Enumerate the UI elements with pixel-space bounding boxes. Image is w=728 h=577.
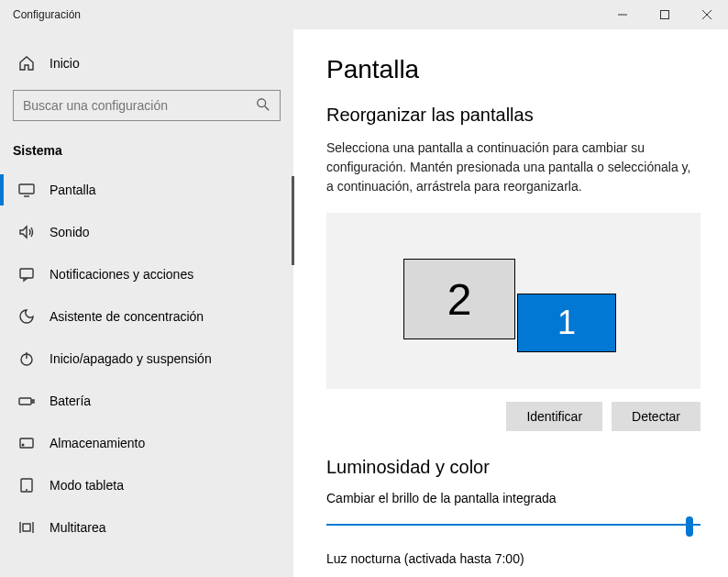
close-button[interactable] bbox=[686, 0, 728, 29]
nav-label: Modo tableta bbox=[50, 478, 124, 493]
nav-item-tableta[interactable]: Modo tableta bbox=[0, 464, 293, 506]
brightness-heading: Luminosidad y color bbox=[326, 457, 700, 478]
svg-rect-13 bbox=[20, 438, 33, 448]
titlebar: Configuración bbox=[0, 0, 728, 29]
power-sleep-icon bbox=[18, 350, 35, 367]
svg-rect-11 bbox=[19, 398, 31, 405]
svg-rect-1 bbox=[661, 11, 669, 19]
svg-point-4 bbox=[258, 98, 266, 106]
nav-item-pantalla[interactable]: Pantalla bbox=[0, 169, 293, 211]
sound-icon bbox=[18, 224, 35, 240]
display-number: 1 bbox=[557, 304, 576, 342]
night-light-label: Luz nocturna (activada hasta 7:00) bbox=[326, 551, 700, 575]
nav-label: Sonido bbox=[50, 225, 90, 239]
battery-icon bbox=[18, 393, 35, 409]
slider-thumb[interactable] bbox=[686, 516, 693, 537]
minimize-button[interactable] bbox=[601, 0, 644, 29]
svg-line-5 bbox=[265, 105, 269, 109]
nav-item-bateria[interactable]: Batería bbox=[0, 380, 293, 422]
window-controls bbox=[601, 0, 728, 29]
nav-label: Pantalla bbox=[50, 183, 96, 197]
storage-icon bbox=[18, 435, 35, 451]
svg-rect-6 bbox=[19, 184, 34, 194]
brightness-slider[interactable] bbox=[326, 515, 700, 537]
display-arrangement-area[interactable]: 2 1 bbox=[326, 213, 700, 389]
focus-assist-icon bbox=[18, 308, 35, 325]
section-title: Sistema bbox=[0, 138, 293, 169]
window-title: Configuración bbox=[0, 8, 81, 21]
svg-rect-19 bbox=[23, 524, 30, 531]
svg-rect-8 bbox=[20, 269, 33, 278]
nav-label: Almacenamiento bbox=[50, 436, 145, 450]
display-buttons: Identificar Detectar bbox=[326, 402, 700, 431]
page-title: Pantalla bbox=[326, 55, 700, 84]
search-icon bbox=[256, 97, 270, 115]
notifications-icon bbox=[18, 266, 35, 283]
tablet-mode-icon bbox=[18, 477, 35, 494]
nav-item-almacenamiento[interactable]: Almacenamiento bbox=[0, 422, 293, 464]
display-icon bbox=[18, 182, 35, 198]
maximize-button[interactable] bbox=[644, 0, 686, 29]
home-label: Inicio bbox=[50, 56, 80, 71]
nav-label: Notificaciones y acciones bbox=[50, 267, 193, 282]
svg-point-14 bbox=[22, 444, 24, 446]
brightness-slider-label: Cambiar el brillo de la pantalla integra… bbox=[326, 491, 700, 505]
main-panel: Pantalla Reorganizar las pantallas Selec… bbox=[293, 29, 728, 577]
nav-item-asistente[interactable]: Asistente de concentración bbox=[0, 295, 293, 338]
search-box[interactable] bbox=[13, 90, 281, 121]
nav-list: Pantalla Sonido Notificaciones y accione… bbox=[0, 169, 293, 549]
svg-rect-12 bbox=[32, 400, 34, 403]
sidebar: Inicio Sistema Pantalla Sonido bbox=[0, 29, 293, 577]
nav-item-notificaciones[interactable]: Notificaciones y acciones bbox=[0, 253, 293, 295]
home-link[interactable]: Inicio bbox=[0, 46, 293, 81]
display-1[interactable]: 1 bbox=[517, 294, 616, 352]
multitasking-icon bbox=[18, 519, 35, 536]
nav-label: Inicio/apagado y suspensión bbox=[50, 351, 212, 366]
nav-label: Multitarea bbox=[50, 520, 105, 535]
display-2[interactable]: 2 bbox=[403, 259, 515, 339]
slider-track bbox=[326, 524, 700, 526]
rearrange-description: Selecciona una pantalla a continuación p… bbox=[326, 139, 700, 196]
nav-item-sonido[interactable]: Sonido bbox=[0, 211, 293, 253]
display-number: 2 bbox=[447, 274, 472, 325]
identify-button[interactable]: Identificar bbox=[506, 402, 602, 431]
nav-label: Asistente de concentración bbox=[50, 309, 204, 324]
nav-item-multitarea[interactable]: Multitarea bbox=[0, 506, 293, 549]
home-icon bbox=[18, 55, 35, 72]
search-input[interactable] bbox=[23, 98, 256, 113]
rearrange-heading: Reorganizar las pantallas bbox=[326, 105, 700, 126]
nav-label: Batería bbox=[50, 394, 91, 408]
nav-item-energia[interactable]: Inicio/apagado y suspensión bbox=[0, 338, 293, 380]
detect-button[interactable]: Detectar bbox=[612, 402, 700, 431]
